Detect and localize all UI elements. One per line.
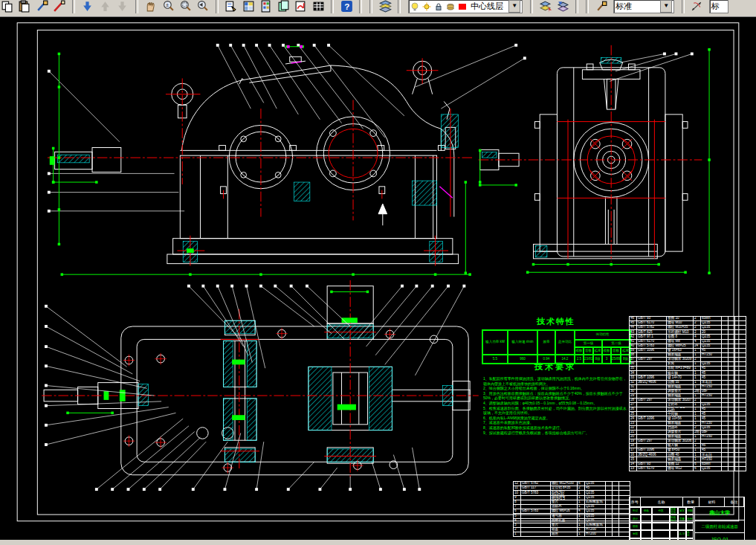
dim-style-icon[interactable]	[691, 0, 703, 13]
parts-list-cell: 输入轴	[667, 444, 694, 448]
zoom-realtime-icon[interactable]: ±	[162, 0, 175, 13]
parts-list-cell: 1	[514, 532, 521, 536]
design-center-icon[interactable]	[242, 0, 255, 13]
parts-list-cell	[728, 371, 735, 375]
tech-requirement-item: 9、按试验规程进行空载及负载试验，各项指标合格后方可出厂。	[483, 430, 627, 436]
layer-combo[interactable]: 中心线层 ▼	[408, 0, 523, 13]
parts-list-cell: 轴承端盖	[667, 385, 694, 389]
copy-icon[interactable]	[1, 0, 13, 13]
parts-list-cell	[728, 385, 735, 389]
parts-list-cell	[735, 467, 745, 471]
parts-list-cell: GB/T 93	[637, 462, 667, 466]
parts-list-cell: 24	[630, 416, 637, 420]
layers-icon[interactable]	[379, 0, 392, 13]
parts-list-cell: 1	[694, 412, 701, 416]
parts-list-cell: 2	[694, 358, 701, 361]
parts-list-cell: 螺栓 M6×16	[551, 509, 578, 513]
parts-list-cell	[722, 448, 728, 452]
help-icon[interactable]: ?	[340, 0, 353, 13]
zoom-previous-icon[interactable]	[196, 0, 209, 13]
pan-hand-icon[interactable]	[144, 0, 157, 13]
style-combo-dropdown-arrow[interactable]: ▼	[660, 0, 672, 13]
parts-list-cell	[735, 453, 745, 457]
parts-list-cell	[701, 399, 722, 402]
parts-list-cell: 2	[578, 486, 585, 490]
parts-list-cell: 4	[694, 335, 701, 338]
parts-list-cell: 1	[694, 422, 701, 425]
parts-list-cell: 34	[630, 371, 637, 375]
parts-list-cell: 石棉橡胶纸	[585, 523, 606, 527]
parts-list-cell: 7	[514, 505, 521, 509]
parts-list-cell	[619, 528, 629, 532]
style-combo[interactable]: 标准 ▼	[613, 0, 674, 13]
front-view	[48, 57, 473, 265]
parts-list-cell: 23	[630, 422, 637, 425]
drawing-area[interactable]: 技术特性 输入功率 kW 输入转速 r/min 效率 总传动比 传动特性 第一级…	[0, 16, 756, 540]
parts-list-cell: 4	[514, 519, 521, 523]
properties-icon[interactable]	[224, 0, 237, 13]
parts-list-cell	[735, 344, 745, 348]
layer-on-bulb-icon[interactable]	[410, 2, 419, 11]
arrow-down-icon[interactable]	[81, 0, 94, 13]
layer-combo-dropdown-arrow[interactable]: ▼	[508, 0, 520, 13]
parts-list-cell	[722, 412, 728, 416]
zoom-window-icon[interactable]	[179, 0, 192, 13]
parts-list-cell: 11	[514, 486, 521, 490]
parts-list-cell: 27	[630, 403, 637, 407]
parts-list-cell	[728, 335, 735, 338]
parts-list-cell: GB/T 5783	[637, 344, 667, 348]
parts-list-cell	[637, 430, 667, 434]
organization-name: 燕山大学	[695, 507, 744, 520]
parts-list-cell	[728, 390, 735, 393]
redo-icon-disabled[interactable]	[116, 0, 129, 13]
parts-list-cell: 轴承端盖	[667, 422, 694, 425]
parts-list-cell	[735, 330, 745, 334]
layer-lock-icon[interactable]	[434, 2, 443, 11]
sheet-set-icon[interactable]	[277, 0, 290, 13]
layer-plot-icon[interactable]	[446, 2, 455, 11]
tc-sub: 齿数	[611, 347, 621, 355]
parts-list-cell: 65Mn	[701, 317, 722, 320]
layer-color-swatch	[459, 4, 466, 10]
parts-list-cell: 1	[694, 444, 701, 448]
parts-list-cell: JB/ZQ 4606	[637, 453, 667, 457]
parts-list-cell: 31	[630, 385, 637, 389]
parts-list-cell	[637, 353, 667, 357]
parts-list-cell: 定距环	[667, 403, 694, 407]
parts-list-cell	[722, 340, 728, 344]
tech-requirement-item: 7、减速器外表面涂灰色油漆。	[483, 420, 627, 425]
title-block-grid-cell: 质量	[678, 515, 686, 522]
layer-previous-icon[interactable]	[557, 0, 569, 13]
parts-list-cell: 垫圈 12	[667, 462, 694, 466]
parts-list-cell	[606, 491, 613, 494]
paste-icon[interactable]	[18, 0, 30, 13]
tool-palettes-icon[interactable]	[259, 0, 272, 13]
parts-list-cell: 15	[630, 457, 637, 461]
redline-icon[interactable]	[53, 0, 65, 13]
parts-list-cell: 2	[694, 330, 701, 334]
svg-text:?: ?	[344, 1, 349, 11]
match-properties-icon[interactable]	[36, 0, 48, 13]
parts-list-cell: 1	[694, 371, 701, 375]
style-brush-icon[interactable]	[595, 0, 608, 13]
parts-list-cell: 羊毛毡	[701, 381, 722, 384]
parts-list-cell	[722, 326, 728, 329]
layer-freeze-sun-icon[interactable]	[422, 2, 431, 11]
parts-list-cell: 通气器	[551, 514, 578, 517]
tc-sub: 模数	[575, 347, 584, 355]
parts-list-cell	[722, 416, 728, 420]
parts-list-cell: 45	[701, 371, 722, 375]
make-layer-current-icon[interactable]	[539, 0, 552, 13]
undo-icon-disabled[interactable]	[99, 0, 112, 13]
tc-header: 输入功率 kW	[482, 330, 508, 355]
parts-list-cell	[521, 496, 551, 500]
toolbar-separator	[530, 0, 533, 13]
parts-list-cell	[728, 349, 735, 352]
parts-list-cell	[613, 519, 619, 523]
markup-icon[interactable]	[294, 0, 307, 13]
table-icon[interactable]	[312, 0, 325, 13]
parts-list-cell: 45	[701, 416, 722, 420]
clipped-combo[interactable]: 标	[709, 0, 728, 13]
title-block-grid-cell	[686, 523, 694, 530]
toolbar-separator	[72, 0, 75, 13]
